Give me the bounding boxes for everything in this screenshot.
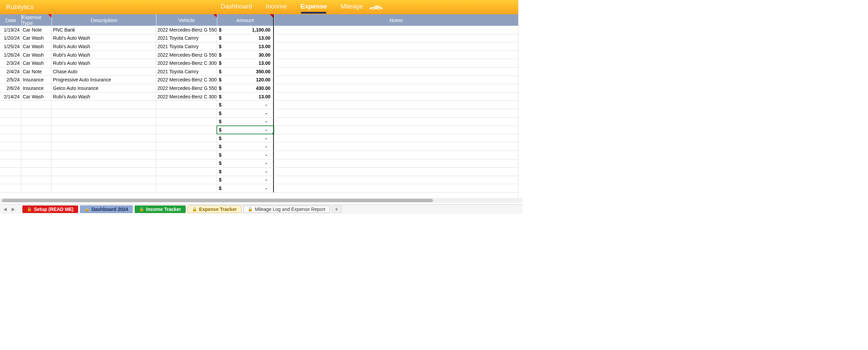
cell-desc[interactable]: Rubi's Auto Wash	[52, 51, 156, 59]
table-row[interactable]: 2/3/24Car WashRubi's Auto Wash2022 Merce…	[0, 59, 518, 67]
cell-vehicle[interactable]	[156, 101, 217, 109]
table-row-empty[interactable]: $-	[0, 101, 518, 109]
cell-desc[interactable]: Progressive Auto Insurance	[52, 76, 156, 84]
cell-amount[interactable]: $350.00	[217, 67, 274, 76]
table-row[interactable]: 2/6/24InsuranceGeico Auto Insurance2022 …	[0, 84, 518, 93]
table-row-empty[interactable]: $-	[0, 168, 518, 176]
cell-date[interactable]	[0, 126, 21, 134]
cell-type[interactable]: Car Wash	[21, 59, 52, 67]
cell-desc[interactable]: Geico Auto Insurance	[52, 84, 156, 92]
table-row[interactable]: 2/4/24Car NoteChase Auto2021 Toyota Camr…	[0, 67, 518, 76]
cell-notes[interactable]	[274, 109, 518, 117]
cell-amount[interactable]: $1,100.00	[217, 26, 274, 34]
cell-date[interactable]: 1/20/24	[0, 34, 21, 42]
cell-notes[interactable]	[274, 42, 518, 51]
cell-desc[interactable]	[52, 159, 156, 168]
col-type[interactable]: Expense Type	[21, 14, 52, 26]
cell-date[interactable]: 2/3/24	[0, 59, 21, 67]
table-row-empty[interactable]: $-	[0, 142, 518, 151]
cell-vehicle[interactable]: 2021 Toyota Camry	[156, 42, 217, 51]
cell-desc[interactable]: Rubi's Auto Wash	[52, 34, 156, 42]
cell-notes[interactable]	[274, 168, 518, 176]
cell-amount[interactable]: $-	[217, 176, 274, 184]
cell-amount[interactable]: $-	[217, 168, 274, 176]
sheet-tab-setup[interactable]: 🔒 Setup (READ ME)	[22, 206, 78, 213]
cell-notes[interactable]	[274, 67, 518, 76]
cell-date[interactable]	[0, 118, 21, 126]
cell-date[interactable]: 1/19/24	[0, 26, 21, 34]
cell-type[interactable]	[21, 151, 52, 159]
cell-desc[interactable]: Rubi's Auto Wash	[52, 42, 156, 51]
table-row-empty[interactable]: $-	[0, 151, 518, 159]
col-date[interactable]: Date	[0, 14, 21, 26]
nav-expense[interactable]: Expense	[300, 3, 327, 12]
nav-mileage[interactable]: Mileage	[340, 3, 363, 12]
cell-date[interactable]	[0, 159, 21, 168]
add-sheet-button[interactable]: +	[332, 206, 341, 213]
horizontal-scrollbar[interactable]	[0, 198, 523, 203]
cell-type[interactable]: Insurance	[21, 84, 52, 92]
cell-amount[interactable]: $-	[217, 126, 274, 134]
cell-type[interactable]: Car Wash	[21, 93, 52, 101]
cell-desc[interactable]	[52, 134, 156, 142]
nav-income[interactable]: Income	[266, 3, 287, 12]
cell-desc[interactable]	[52, 176, 156, 184]
cell-date[interactable]	[0, 134, 21, 142]
cell-amount[interactable]: $-	[217, 118, 274, 126]
cell-notes[interactable]	[274, 159, 518, 168]
cell-type[interactable]	[21, 126, 52, 134]
sheet-tab-mileage[interactable]: 🔒 Mileage Log and Expense Report	[243, 206, 330, 213]
cell-date[interactable]: 2/5/24	[0, 76, 21, 84]
cell-notes[interactable]	[274, 126, 518, 134]
cell-vehicle[interactable]	[156, 126, 217, 134]
table-row[interactable]: 1/20/24Car WashRubi's Auto Wash2021 Toyo…	[0, 34, 518, 43]
cell-date[interactable]	[0, 176, 21, 184]
cell-date[interactable]	[0, 109, 21, 117]
cell-type[interactable]	[21, 134, 52, 142]
cell-desc[interactable]: Chase Auto	[52, 67, 156, 76]
cell-amount[interactable]: $13.00	[217, 93, 274, 101]
cell-notes[interactable]	[274, 176, 518, 184]
cell-amount[interactable]: $-	[217, 109, 274, 117]
cell-desc[interactable]	[52, 168, 156, 176]
col-amount[interactable]: Amount	[217, 14, 274, 26]
cell-notes[interactable]	[274, 184, 518, 192]
sheet-nav-prev[interactable]: ◀	[2, 206, 8, 212]
cell-desc[interactable]	[52, 142, 156, 151]
cell-date[interactable]: 2/6/24	[0, 84, 21, 92]
cell-vehicle[interactable]	[156, 168, 217, 176]
cell-vehicle[interactable]: 2022 Mercedes-Benz C 300	[156, 59, 217, 67]
cell-date[interactable]: 2/4/24	[0, 67, 21, 76]
cell-type[interactable]	[21, 159, 52, 168]
cell-vehicle[interactable]: 2022 Mercedes-Benz G 550	[156, 84, 217, 92]
cell-vehicle[interactable]: 2021 Toyota Camry	[156, 34, 217, 42]
cell-type[interactable]	[21, 142, 52, 151]
cell-notes[interactable]	[274, 101, 518, 109]
cell-vehicle[interactable]: 2022 Mercedes-Benz C 300	[156, 93, 217, 101]
cell-vehicle[interactable]	[156, 184, 217, 192]
table-row-empty[interactable]: $-	[0, 109, 518, 118]
cell-notes[interactable]	[274, 142, 518, 151]
cell-vehicle[interactable]	[156, 109, 217, 117]
cell-notes[interactable]	[274, 134, 518, 142]
table-row-empty[interactable]: $-	[0, 159, 518, 168]
cell-amount[interactable]: $13.00	[217, 34, 274, 42]
cell-date[interactable]: 2/14/24	[0, 93, 21, 101]
table-row[interactable]: 1/19/24Car NotePNC Bank2022 Mercedes-Ben…	[0, 26, 518, 34]
cell-vehicle[interactable]: 2022 Mercedes-Benz C 300	[156, 76, 217, 84]
cell-desc[interactable]: PNC Bank	[52, 26, 156, 34]
cell-desc[interactable]	[52, 151, 156, 159]
cell-amount[interactable]: $-	[217, 159, 274, 168]
table-row-empty[interactable]: $-	[0, 118, 518, 126]
cell-amount[interactable]: $13.00	[217, 42, 274, 51]
table-row-empty[interactable]: $-	[0, 134, 518, 143]
cell-amount[interactable]: $13.00	[217, 59, 274, 67]
cell-date[interactable]: 1/25/24	[0, 42, 21, 51]
cell-type[interactable]	[21, 176, 52, 184]
cell-desc[interactable]	[52, 118, 156, 126]
cell-desc[interactable]	[52, 101, 156, 109]
sheet-nav-next[interactable]: ▶	[10, 206, 16, 212]
cell-type[interactable]	[21, 168, 52, 176]
cell-type[interactable]: Car Wash	[21, 34, 52, 42]
scrollbar-thumb[interactable]	[2, 199, 433, 202]
